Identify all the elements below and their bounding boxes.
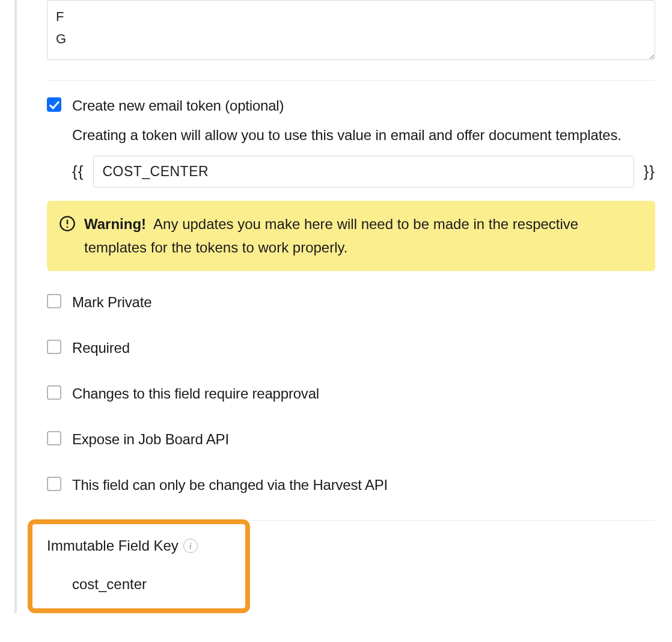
immutable-field-key-value: cost_center — [72, 573, 231, 595]
harvest-only-label: This field can only be changed via the H… — [72, 474, 388, 496]
required-checkbox[interactable] — [47, 340, 61, 354]
mark-private-checkbox[interactable] — [47, 294, 61, 308]
svg-point-2 — [67, 227, 69, 228]
harvest-only-checkbox[interactable] — [47, 477, 61, 491]
warning-title: Warning! — [84, 216, 146, 232]
reapproval-checkbox[interactable] — [47, 385, 61, 400]
info-icon[interactable]: i — [183, 539, 198, 553]
token-name-input[interactable] — [93, 156, 634, 188]
separator — [47, 80, 655, 81]
warning-banner: Warning! Any updates you make here will … — [47, 201, 655, 271]
expose-api-label: Expose in Job Board API — [72, 429, 229, 450]
expose-api-checkbox[interactable] — [47, 431, 61, 445]
immutable-field-key-label: Immutable Field Key — [47, 535, 179, 557]
token-description: Creating a token will allow you to use t… — [72, 124, 655, 146]
mark-private-label: Mark Private — [72, 292, 151, 313]
warning-message: Any updates you make here will need to b… — [84, 216, 578, 255]
warning-icon — [59, 215, 76, 232]
brace-open: {{ — [72, 160, 84, 183]
reapproval-label: Changes to this field require reapproval — [72, 383, 319, 405]
immutable-field-key-highlight: Immutable Field Key i cost_center — [28, 519, 250, 613]
options-textarea[interactable] — [47, 0, 655, 60]
required-label: Required — [72, 337, 130, 359]
brace-close: }} — [644, 160, 655, 183]
create-token-label: Create new email token (optional) — [72, 95, 284, 117]
create-token-checkbox[interactable] — [47, 97, 61, 112]
